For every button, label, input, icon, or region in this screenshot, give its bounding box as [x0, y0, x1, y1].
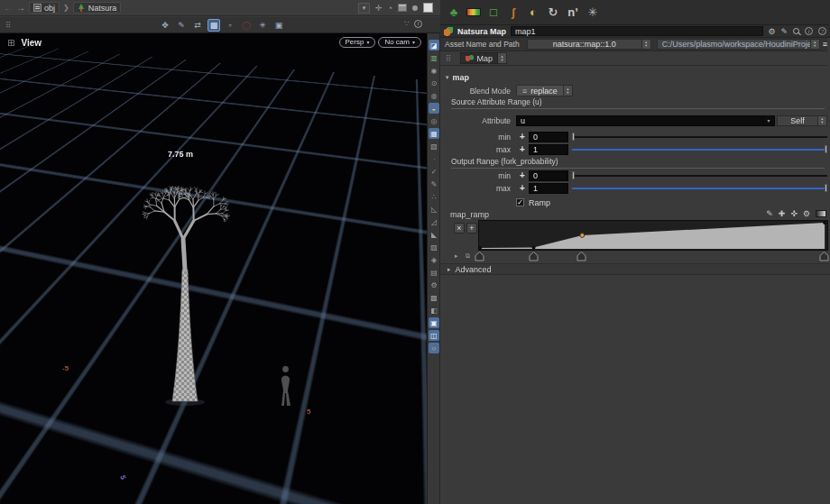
keyframe-add-icon[interactable]: +	[516, 170, 529, 180]
spinner-icon[interactable]: ▴▾	[818, 115, 827, 126]
tree-hierarchy-icon[interactable]: ∵	[404, 19, 410, 28]
camera-lock-icon[interactable]: ▣	[272, 19, 285, 32]
render-region-icon[interactable]: ◫	[429, 330, 439, 341]
node-name-input[interactable]: map1	[511, 26, 763, 36]
snapshot-icon[interactable]: ✳	[256, 19, 269, 32]
maximize-pane-icon[interactable]	[423, 3, 433, 13]
viewport-layout-icon[interactable]: ▣	[429, 317, 439, 328]
keyframe-add-icon[interactable]: +	[516, 144, 529, 154]
output-max-slider[interactable]	[572, 183, 827, 194]
breadcrumb-node[interactable]: Natsura	[73, 2, 122, 14]
image-plane-icon[interactable]: ▧	[429, 141, 439, 151]
scene-viewport[interactable]: ⊞ View Persp ▾ No cam ▾ 7.75 m -5 5 5	[0, 33, 427, 504]
natsura-moon-tool-icon[interactable]: ◐	[525, 5, 541, 21]
split-view-icon[interactable]: ◧	[429, 305, 439, 316]
lightbulb-icon[interactable]: ○	[429, 343, 439, 353]
slider-handle[interactable]	[572, 133, 575, 141]
map-section-header[interactable]: ▾ map	[446, 73, 469, 82]
annotate-icon[interactable]: ✎	[429, 179, 439, 189]
normals-icon[interactable]: ✓	[429, 166, 439, 177]
preset-dropdown[interactable]: Map	[460, 52, 499, 64]
natsura-n-tool-icon[interactable]: nʼ	[565, 5, 581, 21]
history-icon[interactable]: ◔	[388, 4, 392, 13]
headlight-icon[interactable]: ◒	[429, 103, 439, 114]
attribute-scope-select[interactable]: Self	[777, 115, 818, 126]
pose-tool-icon[interactable]: ⊙	[429, 78, 439, 88]
natsura-gear-tool-icon[interactable]: ✳	[585, 5, 601, 21]
record-icon[interactable]: ◯	[240, 19, 253, 32]
corner-icon[interactable]: ◣	[429, 229, 439, 240]
asset-version-select[interactable]: natsura::map::1.0	[527, 39, 642, 50]
ramp-gear-icon[interactable]: ⚙	[803, 209, 810, 218]
info-icon[interactable]: i	[414, 20, 422, 28]
ramp-point-handle[interactable]	[576, 252, 586, 261]
natsura-tree-tool-icon[interactable]: ♣	[446, 5, 462, 21]
linked-pane-cube-icon[interactable]	[398, 4, 407, 12]
view-tool-icon[interactable]: ◪	[429, 40, 439, 50]
natsura-reload-tool-icon[interactable]: ↻	[545, 5, 561, 21]
blend-mode-dropdown[interactable]: ≡ replace	[516, 85, 564, 96]
natsura-ramp-tool-icon[interactable]	[466, 5, 482, 21]
ramp-scale-icon[interactable]: ✜	[790, 209, 798, 218]
output-min-input[interactable]: 0	[529, 170, 568, 181]
info-icon[interactable]: i	[805, 27, 813, 35]
attribute-input[interactable]: u	[516, 115, 763, 126]
ramp-checkbox[interactable]: ✓	[516, 198, 524, 206]
ramp-remove-point-button[interactable]: ×	[454, 223, 465, 234]
source-max-slider[interactable]	[572, 144, 827, 155]
natsura-cube-tool-icon[interactable]: □	[485, 5, 502, 21]
globe-icon[interactable]: ◍	[429, 90, 439, 101]
ramp-add-point-button[interactable]: +	[466, 223, 477, 234]
ramp-point-handle[interactable]	[475, 252, 484, 261]
attribute-menu-icon[interactable]: ▾	[763, 115, 775, 126]
ruler-icon[interactable]: ◿	[429, 216, 439, 227]
ramp-pencil-icon[interactable]: ✎	[766, 209, 773, 218]
brush-tool-icon[interactable]: ✎	[175, 19, 188, 32]
select-mode-icon[interactable]: ▩	[208, 19, 220, 32]
display-options-icon[interactable]: ⚙	[429, 279, 439, 290]
gear-icon[interactable]: ⚙	[768, 27, 775, 36]
persp-view-button[interactable]: Persp ▾	[339, 37, 376, 48]
output-min-slider[interactable]	[572, 170, 827, 181]
point-display-icon[interactable]: ∙	[429, 153, 439, 164]
natsura-curve-tool-icon[interactable]: ʃ	[505, 5, 521, 21]
lock-icon[interactable]: ◉	[429, 65, 439, 76]
brush-icon[interactable]: ✎	[780, 27, 788, 36]
import-tool-icon[interactable]: ✥	[159, 19, 171, 32]
hatch-icon[interactable]: ▨	[429, 242, 439, 252]
toolbar-drag-handle-icon[interactable]: ⠿	[5, 21, 13, 30]
link-sphere-icon[interactable]	[412, 5, 418, 11]
ramp-frame-icon[interactable]: ⧉	[466, 252, 470, 260]
slider-handle[interactable]	[825, 145, 827, 153]
ramp-editor[interactable]	[478, 220, 828, 251]
ramp-expand-icon[interactable]: ▸	[455, 252, 458, 260]
scene-graph-icon[interactable]: ▥	[429, 52, 439, 63]
ramp-point-handle[interactable]	[819, 252, 829, 261]
asset-path-select[interactable]: C:/Users/plasmo/workspace/HoudiniProject…	[657, 39, 811, 50]
source-min-input[interactable]: 0	[529, 132, 568, 142]
source-min-slider[interactable]	[572, 132, 827, 142]
gem-icon[interactable]: ◈	[429, 254, 439, 265]
camera-select-button[interactable]: No cam ▾	[378, 37, 421, 48]
wedge-left-icon[interactable]: ◺	[429, 204, 439, 215]
advanced-section-header[interactable]: ▸ Advanced	[440, 263, 830, 275]
path-dropdown-icon[interactable]: ▾	[358, 3, 370, 14]
particles-icon[interactable]: ∴	[429, 191, 439, 202]
snapshot-frame-icon[interactable]: ▦	[429, 128, 439, 139]
keyframe-add-icon[interactable]: +	[516, 132, 529, 142]
spinner-icon[interactable]: ▴▾	[642, 39, 651, 50]
magnify-icon[interactable]: ◎	[429, 115, 439, 126]
forward-icon[interactable]: →	[16, 4, 25, 13]
spinner-icon[interactable]: ▴▾	[498, 52, 507, 64]
pin-icon[interactable]: ✛	[375, 4, 383, 13]
help-icon[interactable]: ?	[818, 27, 826, 35]
keyframe-add-icon[interactable]: +	[516, 183, 529, 193]
spinner-icon[interactable]: ▴▾	[811, 39, 820, 50]
ramp-gradient-preview-icon[interactable]	[816, 210, 826, 217]
parm-drag-handle-icon[interactable]: ⠿	[446, 54, 453, 63]
slider-handle[interactable]	[572, 171, 575, 179]
back-icon[interactable]: ←	[4, 4, 13, 13]
slider-handle[interactable]	[825, 184, 827, 192]
grid-display-icon[interactable]: ▩	[429, 292, 439, 303]
box-pick-icon[interactable]: ▫	[224, 19, 236, 32]
